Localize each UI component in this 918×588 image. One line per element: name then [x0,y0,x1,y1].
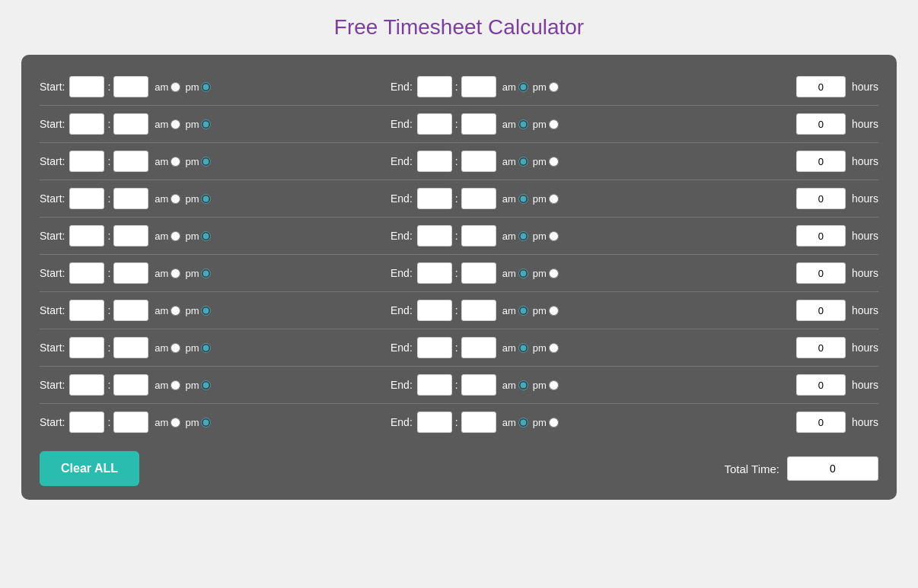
start-pm-label[interactable]: pm [185,380,211,391]
start-pm-radio[interactable] [201,269,211,278]
start-hour-input[interactable] [69,76,104,97]
end-pm-label[interactable]: pm [533,305,559,316]
start-am-label[interactable]: am [155,342,180,354]
hours-input[interactable] [796,374,846,396]
start-minute-input[interactable] [113,151,148,172]
start-pm-radio[interactable] [201,231,211,241]
start-pm-radio[interactable] [201,343,211,353]
end-am-label[interactable]: am [502,156,528,167]
start-am-radio[interactable] [171,231,180,241]
start-minute-input[interactable] [113,76,148,97]
start-minute-input[interactable] [113,262,148,284]
end-minute-input[interactable] [461,76,496,97]
start-am-radio[interactable] [171,343,180,353]
start-pm-label[interactable]: pm [185,342,211,354]
end-am-label[interactable]: am [502,119,528,130]
end-am-label[interactable]: am [502,81,528,93]
end-am-label[interactable]: am [502,380,528,391]
end-am-radio[interactable] [518,119,528,129]
start-hour-input[interactable] [69,412,104,433]
end-am-radio[interactable] [518,306,528,316]
end-pm-label[interactable]: pm [533,119,559,130]
end-hour-input[interactable] [417,225,452,246]
end-minute-input[interactable] [461,300,496,321]
start-pm-label[interactable]: pm [185,230,211,242]
end-am-radio[interactable] [518,343,528,353]
start-minute-input[interactable] [113,337,148,358]
start-am-radio[interactable] [171,119,180,129]
end-hour-input[interactable] [417,76,452,97]
start-minute-input[interactable] [113,300,148,321]
end-minute-input[interactable] [461,337,496,358]
start-pm-radio[interactable] [201,194,211,204]
start-pm-radio[interactable] [201,380,211,390]
start-pm-radio[interactable] [201,119,211,129]
hours-input[interactable] [796,113,846,135]
end-pm-radio[interactable] [549,343,559,353]
end-am-label[interactable]: am [502,268,528,279]
hours-input[interactable] [796,300,846,321]
start-hour-input[interactable] [69,337,104,358]
start-am-radio[interactable] [171,306,180,316]
start-am-label[interactable]: am [155,268,180,279]
start-pm-radio[interactable] [201,82,211,92]
start-pm-label[interactable]: pm [185,417,211,428]
start-minute-input[interactable] [113,188,148,209]
start-pm-label[interactable]: pm [185,81,211,93]
end-hour-input[interactable] [417,113,452,135]
hours-input[interactable] [796,262,846,284]
start-minute-input[interactable] [113,374,148,396]
end-minute-input[interactable] [461,113,496,135]
start-pm-label[interactable]: pm [185,193,211,205]
start-pm-radio[interactable] [201,418,211,427]
end-pm-label[interactable]: pm [533,81,559,93]
end-am-label[interactable]: am [502,305,528,316]
start-hour-input[interactable] [69,262,104,284]
hours-input[interactable] [796,412,846,433]
start-am-label[interactable]: am [155,81,180,93]
end-pm-radio[interactable] [549,82,559,92]
end-hour-input[interactable] [417,300,452,321]
end-pm-radio[interactable] [549,119,559,129]
start-am-label[interactable]: am [155,305,180,316]
end-am-label[interactable]: am [502,342,528,354]
start-am-label[interactable]: am [155,193,180,205]
end-am-radio[interactable] [518,82,528,92]
end-pm-radio[interactable] [549,269,559,278]
end-am-radio[interactable] [518,231,528,241]
hours-input[interactable] [796,151,846,172]
start-hour-input[interactable] [69,151,104,172]
start-pm-radio[interactable] [201,306,211,316]
start-pm-label[interactable]: pm [185,305,211,316]
end-minute-input[interactable] [461,188,496,209]
start-am-radio[interactable] [171,82,180,92]
end-pm-radio[interactable] [549,306,559,316]
start-am-radio[interactable] [171,157,180,167]
end-pm-label[interactable]: pm [533,417,559,428]
end-am-radio[interactable] [518,194,528,204]
start-pm-label[interactable]: pm [185,156,211,167]
start-hour-input[interactable] [69,188,104,209]
end-pm-label[interactable]: pm [533,268,559,279]
end-am-label[interactable]: am [502,193,528,205]
end-minute-input[interactable] [461,262,496,284]
end-am-label[interactable]: am [502,417,528,428]
end-pm-radio[interactable] [549,157,559,167]
start-am-label[interactable]: am [155,380,180,391]
hours-input[interactable] [796,76,846,97]
end-am-radio[interactable] [518,269,528,278]
start-hour-input[interactable] [69,374,104,396]
end-pm-label[interactable]: pm [533,156,559,167]
end-am-label[interactable]: am [502,230,528,242]
end-pm-radio[interactable] [549,418,559,427]
start-am-radio[interactable] [171,418,180,427]
end-pm-radio[interactable] [549,380,559,390]
hours-input[interactable] [796,188,846,209]
end-minute-input[interactable] [461,374,496,396]
end-hour-input[interactable] [417,337,452,358]
end-minute-input[interactable] [461,225,496,246]
start-hour-input[interactable] [69,113,104,135]
end-hour-input[interactable] [417,374,452,396]
start-pm-radio[interactable] [201,157,211,167]
start-am-radio[interactable] [171,269,180,278]
